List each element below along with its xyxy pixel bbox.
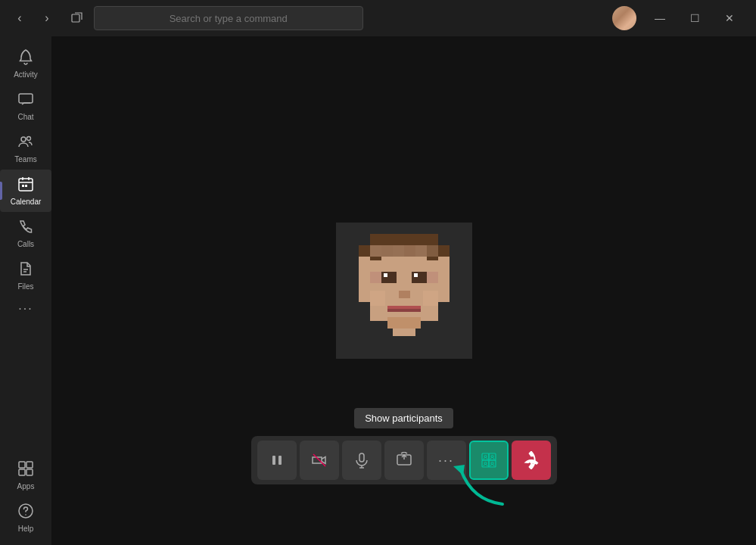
- nav-buttons: ‹ ›: [9, 8, 58, 29]
- back-button[interactable]: ‹: [9, 8, 30, 29]
- svg-rect-41: [272, 456, 275, 465]
- svg-rect-10: [26, 469, 33, 475]
- teams-label: Teams: [14, 155, 36, 164]
- svg-rect-26: [387, 306, 421, 309]
- tooltip-text: Show participants: [365, 413, 443, 424]
- more-icon: ···: [18, 303, 33, 315]
- titlebar: ‹ › — ☐ ✕: [0, 0, 756, 36]
- svg-rect-30: [370, 291, 385, 306]
- svg-rect-18: [359, 257, 370, 302]
- svg-rect-39: [427, 260, 438, 272]
- svg-rect-1: [19, 94, 33, 103]
- svg-rect-9: [19, 469, 25, 475]
- svg-rect-28: [393, 329, 415, 336]
- participant-video: [336, 223, 472, 359]
- svg-rect-34: [393, 245, 404, 257]
- sidebar-bottom: Apps Help: [0, 454, 51, 539]
- svg-rect-27: [387, 317, 421, 329]
- calendar-icon: [17, 176, 34, 195]
- call-controls-bar: ···: [251, 436, 557, 484]
- svg-rect-24: [399, 291, 410, 298]
- sidebar-item-calls[interactable]: Calls: [0, 212, 51, 254]
- calls-label: Calls: [17, 240, 34, 248]
- calls-icon: [17, 218, 34, 237]
- svg-rect-23: [414, 273, 418, 277]
- svg-rect-6: [25, 185, 27, 187]
- apps-icon: [17, 460, 34, 479]
- hold-button[interactable]: [257, 441, 297, 480]
- sidebar-item-teams[interactable]: Teams: [0, 127, 51, 170]
- svg-rect-44: [359, 453, 364, 462]
- arrow-indicator: [450, 459, 510, 512]
- sidebar: Activity Chat Teams: [0, 36, 51, 545]
- sidebar-item-more[interactable]: ···: [0, 297, 51, 321]
- help-icon: [17, 503, 34, 522]
- svg-rect-38: [370, 272, 381, 283]
- sidebar-item-chat[interactable]: Chat: [0, 85, 51, 127]
- svg-point-12: [25, 514, 26, 515]
- svg-rect-40: [427, 272, 438, 283]
- svg-rect-36: [415, 245, 427, 257]
- svg-rect-35: [404, 245, 415, 257]
- forward-button[interactable]: ›: [36, 8, 58, 29]
- call-controls-container: Show participants: [251, 408, 557, 484]
- svg-marker-56: [453, 465, 465, 475]
- maximize-button[interactable]: ☐: [677, 6, 712, 30]
- search-input[interactable]: [104, 13, 353, 24]
- camera-off-button[interactable]: [300, 441, 339, 480]
- minimize-button[interactable]: —: [642, 6, 677, 30]
- svg-point-3: [27, 137, 31, 141]
- help-label: Help: [18, 525, 34, 533]
- close-button[interactable]: ✕: [712, 6, 747, 30]
- svg-line-43: [313, 454, 325, 466]
- new-window-button[interactable]: [67, 8, 88, 29]
- svg-rect-31: [423, 291, 438, 306]
- activity-label: Activity: [14, 70, 38, 79]
- mute-button[interactable]: [342, 441, 381, 480]
- calendar-label: Calendar: [11, 198, 42, 206]
- end-call-button[interactable]: [512, 441, 551, 480]
- files-icon: [17, 260, 34, 279]
- activity-icon: [17, 48, 34, 67]
- sidebar-item-help[interactable]: Help: [0, 497, 51, 539]
- svg-rect-22: [384, 273, 387, 277]
- search-bar[interactable]: [94, 6, 363, 30]
- chat-label: Chat: [17, 113, 33, 121]
- svg-point-2: [21, 137, 26, 142]
- files-label: Files: [17, 282, 33, 291]
- window-controls: — ☐ ✕: [642, 6, 747, 30]
- svg-rect-32: [370, 245, 381, 257]
- avatar: [612, 6, 636, 30]
- share-button[interactable]: [384, 441, 424, 480]
- sidebar-item-activity[interactable]: Activity: [0, 42, 51, 85]
- svg-rect-42: [278, 456, 282, 465]
- arrow-container: [450, 459, 510, 515]
- svg-rect-8: [26, 462, 33, 468]
- teams-icon: [17, 133, 34, 152]
- svg-rect-5: [22, 185, 24, 187]
- sidebar-item-calendar[interactable]: Calendar: [0, 170, 51, 212]
- svg-rect-37: [370, 260, 381, 272]
- participant-avatar: [336, 223, 472, 359]
- sidebar-item-apps[interactable]: Apps: [0, 454, 51, 497]
- svg-rect-0: [72, 14, 79, 22]
- svg-rect-7: [19, 462, 25, 468]
- svg-rect-33: [381, 245, 393, 257]
- chat-icon: [17, 91, 34, 110]
- apps-label: Apps: [17, 482, 35, 490]
- app-body: Activity Chat Teams: [0, 36, 756, 545]
- main-content: Show participants: [51, 36, 756, 545]
- sidebar-item-files[interactable]: Files: [0, 254, 51, 297]
- show-participants-tooltip: Show participants: [354, 408, 453, 428]
- svg-rect-19: [438, 257, 450, 302]
